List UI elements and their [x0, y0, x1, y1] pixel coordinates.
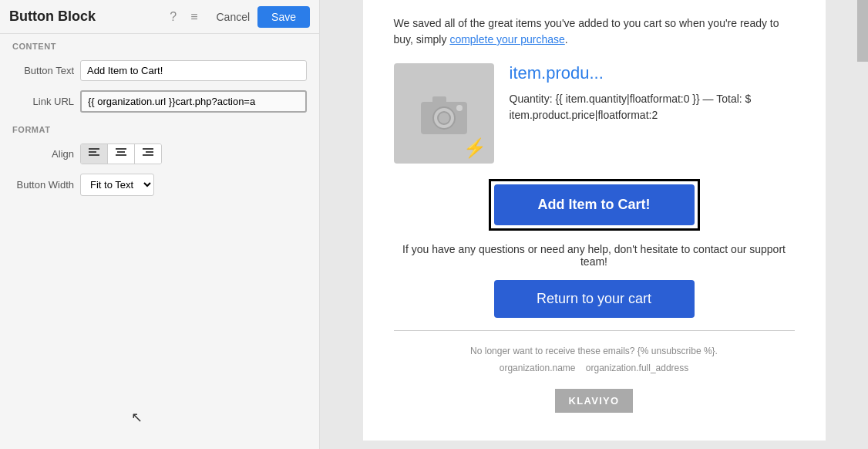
product-image: ⚡	[394, 63, 494, 164]
align-center-icon	[116, 148, 126, 157]
product-info: item.produ... Quantity: {{ item.quantity…	[510, 63, 795, 123]
content-section-label: CONTENT	[0, 34, 319, 56]
add-to-cart-selection-box: Add Item to Cart!	[489, 179, 700, 231]
link-url-label: Link URL	[12, 96, 74, 107]
complete-purchase-link[interactable]: complete your purchase	[449, 33, 564, 46]
return-cart-section: Return to your cart	[394, 280, 795, 318]
align-right-icon	[143, 148, 153, 157]
button-width-select[interactable]: Fit to Text Full Width Custom	[80, 174, 154, 196]
button-width-label: Button Width	[12, 179, 74, 191]
klaviyo-badge: KLAVIYO	[555, 389, 634, 413]
header-icons: ? ≡	[167, 8, 200, 25]
return-to-cart-button[interactable]: Return to your cart	[494, 280, 695, 318]
product-details: Quantity: {{ item.quantity|floatformat:0…	[510, 91, 795, 123]
align-row: Align	[0, 139, 319, 169]
svg-rect-10	[143, 154, 153, 156]
svg-rect-8	[143, 148, 153, 150]
left-panel: Button Block ? ≡ Cancel Save CONTENT But…	[0, 0, 320, 449]
align-center-button[interactable]	[108, 144, 135, 164]
org-address: organization.full_address	[586, 363, 688, 373]
link-url-input[interactable]	[80, 90, 307, 113]
button-text-row: Button Text	[0, 56, 319, 86]
svg-rect-6	[116, 154, 126, 156]
email-divider	[394, 330, 795, 331]
product-name: item.produ...	[510, 63, 795, 83]
unsubscribe-text: No longer want to receive these emails? …	[394, 343, 795, 360]
align-right-button[interactable]	[135, 144, 161, 164]
lightning-icon: ⚡	[463, 137, 486, 159]
cancel-button[interactable]: Cancel	[208, 6, 257, 28]
panel-header: Button Block ? ≡ Cancel Save	[0, 0, 319, 34]
org-name: organization.name	[500, 363, 576, 373]
format-section-label: FORMAT	[0, 117, 319, 139]
align-left-icon	[89, 148, 99, 157]
svg-rect-15	[432, 96, 446, 104]
button-text-input[interactable]	[80, 60, 307, 81]
save-button[interactable]: Save	[257, 6, 310, 28]
button-width-row: Button Width Fit to Text Full Width Cust…	[0, 169, 319, 201]
svg-rect-0	[89, 148, 99, 150]
align-left-button[interactable]	[81, 144, 108, 164]
help-icon-button[interactable]: ?	[167, 8, 180, 25]
svg-point-16	[456, 105, 463, 111]
add-to-cart-button[interactable]: Add Item to Cart!	[494, 184, 695, 225]
svg-rect-2	[89, 154, 99, 156]
align-label: Align	[12, 148, 74, 160]
panel-title: Button Block	[9, 8, 167, 25]
menu-icon-button[interactable]: ≡	[187, 8, 200, 25]
button-text-label: Button Text	[12, 65, 74, 76]
svg-point-14	[438, 112, 450, 124]
email-footer: No longer want to receive these emails? …	[394, 343, 795, 376]
add-to-cart-section: Add Item to Cart!	[394, 179, 795, 231]
menu-icon: ≡	[190, 10, 197, 23]
support-text: If you have any questions or need any he…	[394, 243, 795, 268]
email-intro-text: We saved all of the great items you've a…	[394, 15, 795, 48]
right-panel: We saved all of the great items you've a…	[320, 0, 868, 449]
product-row: ⚡ item.produ... Quantity: {{ item.quanti…	[394, 63, 795, 164]
svg-rect-5	[117, 151, 125, 153]
cursor-indicator: ↖	[131, 409, 143, 426]
help-icon: ?	[170, 10, 177, 23]
klaviyo-section: KLAVIYO	[394, 384, 795, 417]
align-group	[80, 143, 162, 164]
link-url-row: Link URL	[0, 86, 319, 117]
svg-rect-1	[89, 151, 96, 153]
camera-icon	[417, 90, 471, 137]
panel-empty-area: ↖	[0, 201, 319, 449]
email-preview: We saved all of the great items you've a…	[363, 0, 826, 441]
svg-rect-9	[146, 151, 153, 153]
footer-org-info: organization.name organization.full_addr…	[394, 360, 795, 377]
svg-rect-4	[116, 148, 126, 150]
right-side-tab[interactable]	[857, 0, 868, 62]
